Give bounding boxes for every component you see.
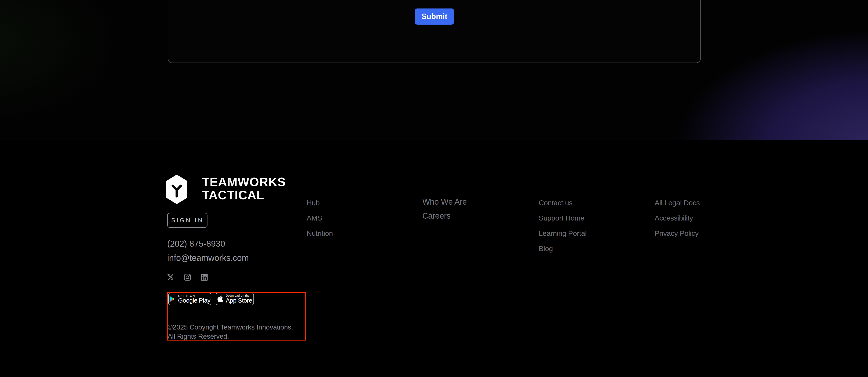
- footer-link-privacy-policy[interactable]: Privacy Policy: [655, 229, 700, 238]
- apple-icon: [217, 295, 223, 303]
- footer-link-accessibility[interactable]: Accessibility: [655, 213, 700, 223]
- google-play-store-name: Google Play: [178, 297, 211, 304]
- footer-column-support: Contact us Support Home Learning Portal …: [539, 198, 587, 253]
- footer-column-products: Hub AMS Nutrition: [307, 198, 333, 238]
- footer-link-learning-portal[interactable]: Learning Portal: [539, 229, 587, 238]
- footer-link-contact-us[interactable]: Contact us: [539, 198, 587, 207]
- email-link[interactable]: info@teamworks.com: [167, 253, 249, 262]
- footer-column-company: Who We Are Careers: [422, 197, 467, 221]
- linkedin-icon[interactable]: [200, 273, 208, 281]
- copyright-line2: All Rights Reserved.: [167, 332, 293, 341]
- brand-line2: TACTICAL: [202, 188, 264, 202]
- brand-line1: TEAMWORKS: [202, 175, 286, 189]
- footer: TEAMWORKSTACTICAL SIGN IN (202) 875-8930…: [0, 140, 868, 377]
- footer-link-blog[interactable]: Blog: [539, 244, 587, 253]
- social-links-row: [167, 273, 208, 281]
- form-card: Submit: [167, 0, 701, 63]
- sign-in-button[interactable]: SIGN IN: [167, 213, 208, 228]
- x-twitter-icon[interactable]: [167, 274, 175, 281]
- teamworks-logo-icon[interactable]: [166, 174, 187, 204]
- submit-button[interactable]: Submit: [415, 8, 454, 25]
- app-store-store-name: App Store: [226, 297, 252, 304]
- instagram-icon[interactable]: [184, 273, 191, 281]
- hexagon-logo-icon: [166, 174, 187, 204]
- footer-link-nutrition[interactable]: Nutrition: [307, 229, 333, 238]
- footer-link-who-we-are[interactable]: Who We Are: [422, 197, 467, 207]
- app-store-badge[interactable]: Download on the App Store: [216, 293, 254, 305]
- google-play-icon: [169, 296, 176, 302]
- footer-column-legal: All Legal Docs Accessibility Privacy Pol…: [655, 198, 700, 238]
- google-play-tagline: GET IT ON: [178, 294, 211, 297]
- phone-link[interactable]: (202) 875-8930: [167, 239, 225, 248]
- brand-wordmark: TEAMWORKSTACTICAL: [202, 175, 286, 202]
- copyright-text: ©2025 Copyright Teamworks Innovations. A…: [167, 323, 293, 341]
- copyright-line1: ©2025 Copyright Teamworks Innovations.: [167, 323, 293, 332]
- google-play-badge[interactable]: GET IT ON Google Play: [168, 293, 211, 305]
- app-store-tagline: Download on the: [226, 294, 252, 297]
- footer-link-careers[interactable]: Careers: [422, 211, 467, 221]
- footer-link-all-legal-docs[interactable]: All Legal Docs: [655, 198, 700, 207]
- footer-link-hub[interactable]: Hub: [307, 198, 333, 207]
- hero-section: Submit: [0, 0, 868, 140]
- footer-link-ams[interactable]: AMS: [307, 213, 333, 223]
- footer-link-support-home[interactable]: Support Home: [539, 213, 587, 223]
